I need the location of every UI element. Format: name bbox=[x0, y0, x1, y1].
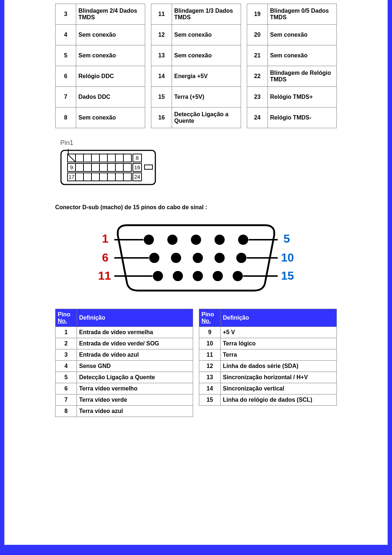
pin1-label: Pin1 bbox=[60, 139, 337, 147]
svg-point-47 bbox=[173, 271, 183, 281]
svg-rect-22 bbox=[99, 173, 107, 181]
svg-rect-34 bbox=[144, 165, 152, 169]
svg-rect-3 bbox=[75, 154, 83, 162]
svg-rect-12 bbox=[83, 163, 91, 171]
svg-rect-11 bbox=[75, 163, 83, 171]
svg-text:16: 16 bbox=[134, 164, 140, 170]
pin-desc: Blindagem 2/4 Dados TMDS bbox=[76, 4, 145, 25]
svg-rect-25 bbox=[123, 173, 131, 181]
svg-rect-23 bbox=[107, 173, 115, 181]
svg-point-41 bbox=[149, 253, 159, 263]
col-pino-no: PinoNo. bbox=[56, 309, 77, 327]
svg-text:5: 5 bbox=[283, 232, 290, 245]
svg-text:6: 6 bbox=[102, 251, 109, 264]
svg-point-46 bbox=[153, 271, 163, 281]
svg-point-50 bbox=[233, 271, 243, 281]
svg-rect-14 bbox=[99, 163, 107, 171]
svg-rect-24 bbox=[115, 173, 123, 181]
svg-point-48 bbox=[193, 271, 203, 281]
vga-pin-definitions: PinoNo. Definição 1Entrada de vídeo verm… bbox=[55, 309, 337, 417]
svg-point-37 bbox=[167, 235, 177, 245]
svg-rect-7 bbox=[107, 154, 115, 162]
svg-rect-17 bbox=[123, 163, 131, 171]
svg-rect-4 bbox=[83, 154, 91, 162]
svg-rect-20 bbox=[83, 173, 91, 181]
svg-point-39 bbox=[215, 235, 225, 245]
svg-point-36 bbox=[144, 235, 154, 245]
svg-text:17: 17 bbox=[69, 174, 75, 180]
svg-rect-21 bbox=[91, 173, 99, 181]
svg-text:8: 8 bbox=[136, 155, 139, 161]
pin-number: 3 bbox=[56, 4, 76, 25]
svg-rect-9 bbox=[123, 154, 131, 162]
svg-point-40 bbox=[238, 235, 248, 245]
svg-text:15: 15 bbox=[281, 269, 294, 282]
svg-point-38 bbox=[191, 235, 201, 245]
svg-rect-6 bbox=[99, 154, 107, 162]
svg-rect-8 bbox=[115, 154, 123, 162]
svg-rect-13 bbox=[91, 163, 99, 171]
svg-text:24: 24 bbox=[134, 174, 140, 180]
svg-rect-16 bbox=[115, 163, 123, 171]
svg-point-49 bbox=[213, 271, 223, 281]
svg-text:11: 11 bbox=[98, 269, 111, 282]
svg-text:10: 10 bbox=[281, 251, 294, 264]
svg-text:9: 9 bbox=[70, 164, 73, 170]
svg-point-45 bbox=[236, 253, 246, 263]
svg-rect-15 bbox=[107, 163, 115, 171]
svg-text:1: 1 bbox=[102, 232, 109, 245]
col-definicao: Definição bbox=[77, 309, 193, 327]
dvi-pin-table: 3Blindagem 2/4 Dados TMDS 4Sem conexão 5… bbox=[55, 4, 337, 128]
dvi-connector-diagram: 8 16 24 9 17 bbox=[60, 148, 184, 188]
svg-rect-5 bbox=[91, 154, 99, 162]
svg-rect-19 bbox=[75, 173, 83, 181]
vga-connector-diagram: 1 6 11 5 10 15 bbox=[94, 218, 298, 298]
svg-line-2 bbox=[68, 154, 75, 162]
svg-point-44 bbox=[215, 253, 225, 263]
svg-point-42 bbox=[171, 253, 181, 263]
svg-point-43 bbox=[193, 253, 203, 263]
dsub-caption: Conector D-sub (macho) de 15 pinos do ca… bbox=[55, 204, 337, 211]
